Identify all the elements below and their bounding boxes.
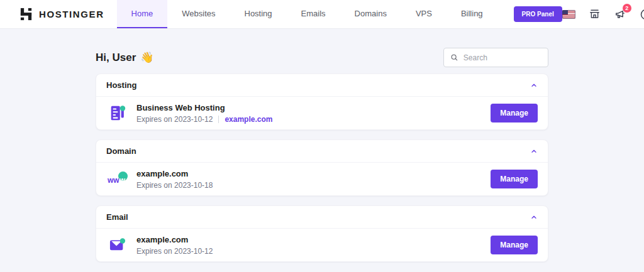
help-button[interactable] [640,8,644,21]
www-icon: www [106,172,129,186]
card-section-title: Hosting [106,80,136,90]
service-info: example.com Expires on 2023-10-12 [136,235,491,256]
tab-billing[interactable]: Billing [447,0,497,28]
search-box[interactable] [443,48,548,67]
storefront-icon [589,8,601,20]
hosting-card-body: Business Web Hosting Expires on 2023-10-… [96,97,548,129]
help-icon [640,8,644,21]
manage-hosting-button[interactable]: Manage [491,104,538,122]
hosting-card: Hosting [96,73,548,130]
hostinger-h-icon [19,7,33,21]
domain-card: Domain www example.com Expires on 2023-1… [96,139,548,196]
hostinger-logo[interactable]: HOSTINGER [0,0,104,28]
manage-email-button[interactable]: Manage [491,236,538,254]
email-card: Email example.com Expires on 2023-10 [96,205,548,262]
expiry-date: Expires on 2023-10-18 [136,181,213,190]
service-title: example.com [136,235,491,244]
chevron-up-icon[interactable] [530,148,538,155]
dashboard: Hi, User 👋 Hosting [0,29,644,262]
us-flag-icon [562,10,575,19]
email-card-body: example.com Expires on 2023-10-12 Manage [96,229,548,261]
card-section-title: Email [106,212,128,222]
service-subtitle: Expires on 2023-10-12 [136,247,491,256]
tab-vps[interactable]: VPS [401,0,447,28]
service-info: Business Web Hosting Expires on 2023-10-… [136,103,491,124]
domain-card-header[interactable]: Domain [96,140,548,163]
email-card-header[interactable]: Email [96,206,548,229]
domain-link[interactable]: example.com [225,115,272,124]
service-subtitle: Expires on 2023-10-18 [136,181,491,190]
tab-websites[interactable]: Websites [167,0,230,28]
tab-domains[interactable]: Domains [340,0,401,28]
header-actions: 2 [562,0,644,28]
service-title: example.com [136,169,491,178]
main-nav: Home Websites Hosting Emails Domains VPS… [117,0,497,28]
manage-domain-button[interactable]: Manage [491,170,538,188]
tab-hosting[interactable]: Hosting [230,0,287,28]
tab-emails[interactable]: Emails [287,0,340,28]
envelope-icon [106,237,129,253]
expiry-date: Expires on 2023-10-12 [136,115,213,124]
server-icon [106,104,129,122]
search-icon [450,53,458,62]
domain-card-body: www example.com Expires on 2023-10-18 Ma… [96,163,548,195]
service-subtitle: Expires on 2023-10-12 example.com [136,115,491,124]
chevron-up-icon[interactable] [530,82,538,89]
page-title: Hi, User 👋 [96,51,153,64]
service-info: example.com Expires on 2023-10-18 [136,169,491,190]
notification-badge: 2 [623,4,631,13]
pro-panel-button[interactable]: PRO Panel [514,6,562,22]
greeting-row: Hi, User 👋 [96,48,548,67]
separator [218,116,219,123]
service-title: Business Web Hosting [136,103,491,112]
top-bar: HOSTINGER Home Websites Hosting Emails D… [0,0,644,29]
search-input[interactable] [464,53,541,62]
notifications-button[interactable]: 2 [614,8,626,21]
language-selector-button[interactable] [562,10,575,19]
logo-text: HOSTINGER [39,9,104,19]
waving-hand-emoji: 👋 [140,51,153,64]
tab-home[interactable]: Home [117,0,168,28]
store-button[interactable] [589,8,601,20]
greeting-text: Hi, User [96,52,136,64]
chevron-up-icon[interactable] [530,214,538,221]
hosting-card-header[interactable]: Hosting [96,74,548,97]
expiry-date: Expires on 2023-10-12 [136,247,213,256]
card-section-title: Domain [106,146,136,156]
